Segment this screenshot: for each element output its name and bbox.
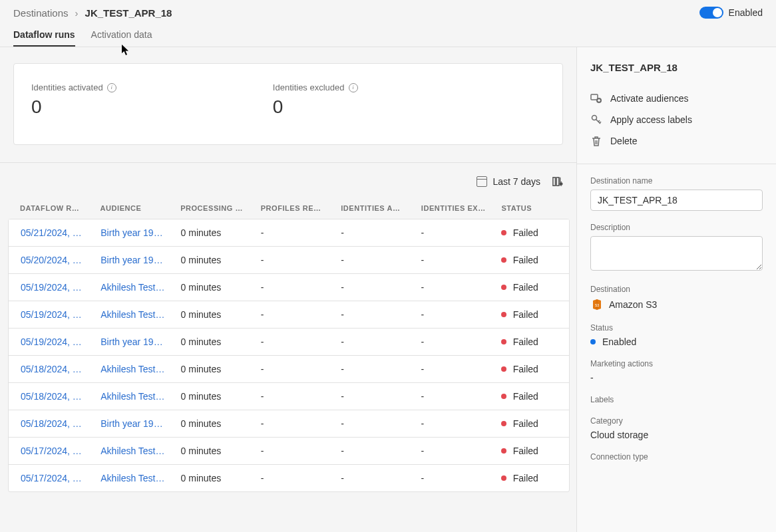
col-dataflow-run[interactable]: DATAFLOW RUN… <box>8 198 89 219</box>
cell-run-link[interactable]: 05/17/2024, 8… <box>9 465 89 492</box>
tab-dataflow-runs[interactable]: Dataflow runs <box>13 24 75 47</box>
field-label-description: Description <box>590 223 763 232</box>
col-audience[interactable]: AUDIENCE <box>89 198 169 219</box>
stat-identities-excluded: Identities excluded 0 <box>273 82 514 118</box>
cell-run-link[interactable]: 05/17/2024, 9… <box>9 438 89 465</box>
date-range-picker[interactable]: Last 7 days <box>477 176 540 187</box>
table-row[interactable]: 05/19/2024, 9…Akhilesh Test…0 minutes---… <box>9 274 569 301</box>
status-dot-icon <box>501 448 506 454</box>
table-row[interactable]: 05/17/2024, 9…Akhilesh Test…0 minutes---… <box>9 438 569 465</box>
table-row[interactable]: 05/18/2024, 8…Akhilesh Test…0 minutes---… <box>9 383 569 410</box>
cell-excluded: - <box>409 410 488 438</box>
cell-activated: - <box>329 356 409 383</box>
table-row[interactable]: 05/18/2024, 1…Birth year 19…0 minutes---… <box>9 410 569 438</box>
action-list: Activate audiences Apply access labels D… <box>590 88 763 152</box>
status-dot-icon <box>501 285 506 290</box>
cell-run-link[interactable]: 05/18/2024, 8… <box>9 383 89 410</box>
col-identities-activated[interactable]: IDENTITIES ACTI… <box>329 198 409 219</box>
destination-row: S3 Amazon S3 <box>590 298 763 311</box>
svg-rect-1 <box>556 178 559 186</box>
side-panel: JK_TEST_APR_18 Activate audiences Apply … <box>576 47 776 532</box>
col-profiles[interactable]: PROFILES RECEI… <box>249 198 329 219</box>
tab-activation-data[interactable]: Activation data <box>91 24 152 47</box>
cell-run-link[interactable]: 05/18/2024, 9… <box>9 356 89 383</box>
status-dot-icon <box>501 230 506 235</box>
cell-activated: - <box>329 438 409 465</box>
col-identities-excluded[interactable]: IDENTITIES EXC… <box>409 198 490 219</box>
field-label-marketing: Marketing actions <box>590 359 763 368</box>
cell-audience-link[interactable]: Akhilesh Test… <box>89 438 168 465</box>
field-label-status: Status <box>590 323 763 332</box>
cell-status: Failed <box>489 465 569 492</box>
cell-audience-link[interactable]: Akhilesh Test… <box>89 465 168 492</box>
description-input[interactable] <box>590 236 763 271</box>
cell-audience-link[interactable]: Birth year 19… <box>89 329 168 356</box>
field-label-category: Category <box>590 416 763 426</box>
svg-rect-0 <box>553 178 556 186</box>
table-area: Last 7 days DATAFLOW RUN… AUDIENCE <box>0 163 576 532</box>
table-toolbar: Last 7 days <box>8 163 570 198</box>
cell-audience-link[interactable]: Akhilesh Test… <box>89 274 168 301</box>
status-dot-icon <box>501 339 506 344</box>
destination-value: Amazon S3 <box>609 299 657 310</box>
cell-processing: 0 minutes <box>169 301 249 329</box>
enabled-toggle-group: Enabled <box>699 7 763 19</box>
cell-audience-link[interactable]: Birth year 19… <box>89 247 168 274</box>
cell-audience-link[interactable]: Birth year 19… <box>89 219 168 247</box>
cell-excluded: - <box>409 274 488 301</box>
table-row[interactable]: 05/19/2024, 8…Akhilesh Test…0 minutes---… <box>9 301 569 329</box>
column-settings-icon[interactable] <box>552 176 563 187</box>
destination-name-input[interactable] <box>590 190 763 211</box>
cell-activated: - <box>329 301 409 329</box>
field-label-connection: Connection type <box>590 452 763 462</box>
cell-status: Failed <box>489 274 569 301</box>
stats-card: Identities activated 0 Identities exclud… <box>13 63 563 145</box>
cell-status: Failed <box>489 301 569 329</box>
table-row[interactable]: 05/17/2024, 8…Akhilesh Test…0 minutes---… <box>9 465 569 492</box>
cell-run-link[interactable]: 05/18/2024, 1… <box>9 410 89 438</box>
status-dot-icon <box>501 475 506 481</box>
table-row[interactable]: 05/19/2024, 1…Birth year 19…0 minutes---… <box>9 329 569 356</box>
divider <box>577 164 776 164</box>
side-panel-title: JK_TEST_APR_18 <box>590 62 763 73</box>
cell-run-link[interactable]: 05/19/2024, 9… <box>9 274 89 301</box>
col-status[interactable]: STATUS <box>489 198 570 219</box>
tab-bar: Dataflow runs Activation data <box>13 24 763 47</box>
chevron-right-icon: › <box>75 7 79 19</box>
cell-run-link[interactable]: 05/19/2024, 8… <box>9 301 89 329</box>
cell-status: Failed <box>489 438 569 465</box>
table-row[interactable]: 05/18/2024, 9…Akhilesh Test…0 minutes---… <box>9 356 569 383</box>
cell-audience-link[interactable]: Akhilesh Test… <box>89 301 168 329</box>
stat-value: 0 <box>31 96 273 118</box>
cell-audience-link[interactable]: Akhilesh Test… <box>89 383 168 410</box>
cell-excluded: - <box>409 247 488 274</box>
cell-processing: 0 minutes <box>169 383 249 410</box>
cell-processing: 0 minutes <box>169 438 249 465</box>
info-icon[interactable] <box>107 83 116 92</box>
cell-run-link[interactable]: 05/21/2024, 1… <box>9 219 89 247</box>
action-apply-access-labels[interactable]: Apply access labels <box>590 109 763 130</box>
cell-processing: 0 minutes <box>169 247 249 274</box>
cell-excluded: - <box>409 356 488 383</box>
action-delete[interactable]: Delete <box>590 130 763 152</box>
cell-audience-link[interactable]: Akhilesh Test… <box>89 356 168 383</box>
breadcrumb-root[interactable]: Destinations <box>13 7 69 19</box>
enabled-toggle[interactable] <box>699 7 723 19</box>
table-row[interactable]: 05/21/2024, 1…Birth year 19…0 minutes---… <box>9 219 569 247</box>
table-row[interactable]: 05/20/2024, 1…Birth year 19…0 minutes---… <box>9 247 569 274</box>
cell-activated: - <box>329 274 409 301</box>
svg-text:S3: S3 <box>595 303 599 307</box>
col-processing[interactable]: PROCESSING D… <box>168 198 249 219</box>
cell-run-link[interactable]: 05/19/2024, 1… <box>9 329 89 356</box>
cell-profiles: - <box>249 438 329 465</box>
cell-activated: - <box>329 219 409 247</box>
stats-section: Identities activated 0 Identities exclud… <box>0 47 576 163</box>
action-activate-audiences[interactable]: Activate audiences <box>590 88 763 109</box>
info-icon[interactable] <box>349 83 358 92</box>
cell-audience-link[interactable]: Birth year 19… <box>89 410 168 438</box>
status-dot-icon <box>501 394 506 399</box>
main-column: Identities activated 0 Identities exclud… <box>0 47 576 532</box>
status-value: Enabled <box>602 336 636 347</box>
cell-run-link[interactable]: 05/20/2024, 1… <box>9 247 89 274</box>
svg-point-5 <box>592 116 597 120</box>
